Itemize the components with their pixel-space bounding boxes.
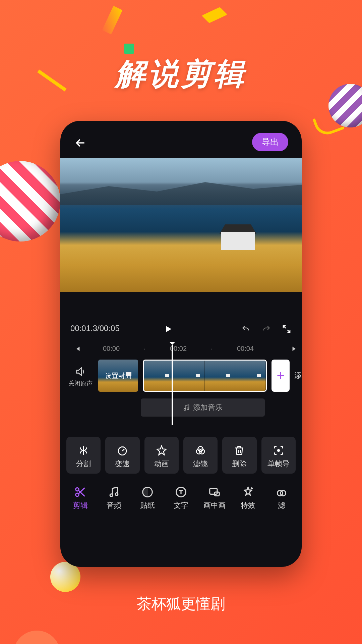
svg-rect-11	[210, 488, 217, 494]
tab-effects[interactable]: 特效	[231, 484, 265, 511]
clip-frame	[205, 361, 235, 391]
music-icon	[97, 484, 131, 499]
timeline: 00:00 · 00:02 · 00:04 关闭原声 设置封面 5.4s	[60, 341, 302, 417]
tab-pip[interactable]: 画中画	[198, 484, 231, 511]
tab-text[interactable]: 文字	[164, 484, 198, 511]
trash-icon	[224, 443, 255, 457]
svg-point-8	[115, 493, 118, 496]
ruler-dot: ·	[202, 345, 222, 353]
skip-start-icon	[74, 345, 81, 353]
tool-label: 变速	[107, 459, 138, 469]
device-frame: 导出 00:01.3/00:05 00:00 · 00:02	[60, 121, 302, 567]
clip-frame	[235, 361, 266, 391]
skip-end-button[interactable]	[288, 344, 302, 353]
music-note-icon	[183, 404, 190, 411]
expand-icon	[282, 324, 292, 334]
pip-icon	[198, 484, 231, 499]
tool-label: 单帧导	[263, 459, 294, 469]
preview-graphic	[221, 232, 255, 250]
cover-label: 设置封面	[105, 371, 132, 380]
clip-tools: 分割 变速 动画 滤镜 删除 单帧导	[60, 417, 302, 474]
tool-label: 滤镜	[185, 459, 216, 469]
preview-graphic	[60, 178, 302, 205]
promo-title: 解说剪辑	[0, 54, 362, 95]
tool-split[interactable]: 分割	[66, 437, 101, 474]
tool-label: 删除	[224, 459, 255, 469]
skip-start-button[interactable]	[67, 344, 88, 353]
video-track[interactable]: 关闭原声 设置封面 5.4s + 添	[67, 356, 302, 394]
tab-label: 贴纸	[131, 500, 164, 511]
gauge-icon	[107, 443, 138, 457]
redo-button[interactable]	[261, 323, 272, 334]
add-clip-label: 添	[294, 371, 302, 381]
undo-icon	[240, 325, 251, 333]
playhead[interactable]	[172, 345, 173, 425]
play-icon	[164, 324, 173, 334]
tab-filter[interactable]: 滤	[265, 484, 298, 511]
tool-label: 分割	[68, 459, 99, 469]
tab-audio[interactable]: 音频	[97, 484, 131, 511]
tool-label: 动画	[146, 459, 177, 469]
clip-frame	[174, 361, 205, 391]
tool-speed[interactable]: 变速	[105, 437, 139, 474]
tool-delete[interactable]: 删除	[222, 437, 256, 474]
venn-icon	[265, 484, 298, 499]
confetti	[202, 7, 228, 23]
tab-label: 音频	[97, 500, 131, 511]
video-clip[interactable]: 5.4s	[143, 360, 267, 392]
deco-ball	[0, 161, 60, 241]
confetti	[124, 44, 134, 54]
fullscreen-button[interactable]	[282, 322, 292, 334]
back-button[interactable]	[74, 135, 87, 150]
sparkle-icon	[231, 484, 265, 499]
player-bar: 00:01.3/00:05	[60, 292, 302, 341]
add-music-button[interactable]: 添加音乐	[141, 398, 265, 417]
tab-label: 画中画	[198, 500, 231, 511]
ruler-tick: 00:02	[155, 345, 202, 353]
tab-sticker[interactable]: 贴纸	[131, 484, 164, 511]
svg-point-5	[76, 488, 79, 491]
tool-frame-export[interactable]: 单帧导	[261, 437, 296, 474]
ruler-tick: 00:00	[88, 345, 135, 353]
star-icon	[146, 443, 177, 457]
export-button[interactable]: 导出	[252, 133, 288, 151]
text-icon	[164, 484, 198, 499]
svg-point-7	[110, 494, 113, 497]
confetti	[102, 6, 123, 34]
mute-label: 关闭原声	[68, 380, 93, 387]
tab-label: 特效	[231, 500, 265, 511]
tab-label: 滤	[265, 500, 298, 511]
bottom-tabs: 剪辑 音频 贴纸 文字 画中画 特效 滤	[60, 474, 302, 511]
time-display: 00:01.3/00:05	[70, 324, 120, 333]
tool-animation[interactable]: 动画	[144, 437, 179, 474]
tab-label: 文字	[164, 500, 198, 511]
split-icon	[68, 443, 99, 457]
time-ruler: 00:00 · 00:02 · 00:04	[67, 341, 302, 356]
arrow-left-icon	[74, 136, 87, 150]
tab-edit[interactable]: 剪辑	[64, 484, 97, 511]
tool-filter[interactable]: 滤镜	[183, 437, 218, 474]
undo-button[interactable]	[240, 323, 251, 334]
scissors-icon	[64, 484, 97, 499]
svg-point-4	[278, 449, 280, 451]
deco-ball	[13, 631, 60, 644]
promo-tagline: 茶杯狐更懂剧	[0, 594, 362, 614]
video-preview[interactable]	[60, 158, 302, 292]
ruler-dot: ·	[135, 345, 155, 353]
play-button[interactable]	[164, 322, 173, 335]
frame-export-icon	[263, 443, 294, 457]
mute-button[interactable]: 关闭原声	[67, 364, 94, 387]
set-cover-button[interactable]: 设置封面	[98, 360, 138, 392]
clip-frame	[144, 361, 174, 391]
topbar: 导出	[60, 121, 302, 158]
sticker-icon	[131, 484, 164, 499]
skip-end-icon	[291, 345, 298, 353]
ruler-tick: 00:04	[222, 345, 269, 353]
redo-icon	[261, 325, 272, 333]
add-music-label: 添加音乐	[193, 402, 223, 413]
add-clip-button[interactable]: +	[272, 360, 290, 392]
venn-icon	[185, 443, 216, 457]
plus-icon: +	[277, 368, 285, 383]
svg-point-6	[76, 493, 79, 497]
tab-label: 剪辑	[64, 500, 97, 511]
